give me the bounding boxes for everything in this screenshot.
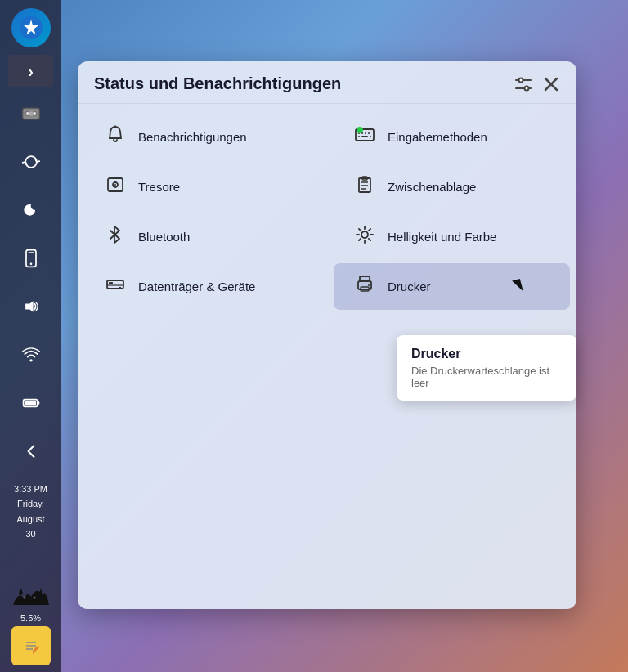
tooltip-desc: Die Druckerwarteschlange ist leer xyxy=(411,365,562,389)
moon-icon xyxy=(21,200,41,220)
green-dot xyxy=(357,127,363,133)
sidebar-bottom: 5.5% xyxy=(11,576,51,665)
svg-point-34 xyxy=(114,184,116,186)
svg-marker-8 xyxy=(25,301,33,312)
panel-item-eingabemethoden[interactable]: Eingabemethoden xyxy=(334,114,570,160)
logo-icon xyxy=(11,8,51,47)
sidebar-logo[interactable] xyxy=(7,7,56,52)
sidebar-expand-button[interactable]: › xyxy=(8,55,53,87)
back-icon xyxy=(21,441,41,461)
sidebar-note-button[interactable] xyxy=(11,626,51,665)
bluetooth-label: Bluetooth xyxy=(138,230,190,244)
status-panel: Status und Benachrichtigungen xyxy=(78,61,576,609)
drive-icon xyxy=(104,275,127,298)
sliders-icon xyxy=(514,75,532,93)
cassette-icon xyxy=(21,104,41,123)
wifi-icon xyxy=(21,345,41,365)
datentraeger-label: Datenträger & Geräte xyxy=(138,280,255,293)
volume-icon xyxy=(21,297,41,316)
vault-icon xyxy=(104,175,127,199)
svg-line-46 xyxy=(359,229,361,231)
panel-item-bluetooth[interactable]: Bluetooth xyxy=(84,213,321,260)
battery-icon xyxy=(21,393,41,413)
sidebar-mobile[interactable] xyxy=(7,235,56,280)
tresore-label: Tresore xyxy=(138,180,180,194)
keyboard-icon-wrapper xyxy=(353,125,376,149)
svg-point-6 xyxy=(29,262,32,265)
sidebar-wifi[interactable] xyxy=(7,332,56,377)
mobile-icon xyxy=(21,249,41,268)
svg-line-47 xyxy=(369,239,370,240)
panel-content: Benachrichtigungen xyxy=(78,104,576,320)
note-icon xyxy=(20,634,43,657)
panel-header: Status und Benachrichtigungen xyxy=(78,61,576,104)
svg-point-52 xyxy=(119,287,121,289)
svg-line-49 xyxy=(369,229,370,231)
helligkeit-label: Helligkeit und Farbe xyxy=(388,230,496,244)
sidebar: › xyxy=(0,0,61,672)
close-button[interactable] xyxy=(542,75,560,93)
sidebar-back[interactable] xyxy=(7,428,56,473)
printer-icon xyxy=(353,275,376,298)
svg-rect-53 xyxy=(109,282,113,284)
tooltip-title: Drucker xyxy=(411,347,562,361)
sidebar-percent: 5.5% xyxy=(20,613,41,623)
svg-rect-11 xyxy=(37,401,39,404)
panel-item-drucker[interactable]: Drucker xyxy=(334,263,570,310)
drucker-label: Drucker xyxy=(388,280,431,293)
panel-item-helligkeit[interactable]: Helligkeit und Farbe xyxy=(334,213,570,260)
sync-icon xyxy=(21,152,41,172)
sidebar-date-line2: August xyxy=(14,513,47,525)
brightness-icon xyxy=(353,225,376,249)
svg-point-13 xyxy=(23,597,25,599)
svg-point-22 xyxy=(525,86,529,90)
svg-point-57 xyxy=(368,284,370,286)
panel-item-benachrichtigungen[interactable]: Benachrichtigungen xyxy=(84,114,321,160)
svg-point-9 xyxy=(29,359,32,361)
header-icons xyxy=(514,75,560,93)
svg-point-41 xyxy=(361,231,368,238)
bell-icon xyxy=(104,125,127,149)
sidebar-time: 3:33 PM xyxy=(14,483,47,495)
panel-item-zwischenablage[interactable]: Zwischenablage xyxy=(334,164,570,210)
sidebar-cassette[interactable] xyxy=(7,91,56,136)
expand-icon: › xyxy=(28,62,34,81)
close-icon xyxy=(542,75,560,93)
benachrichtigungen-label: Benachrichtigungen xyxy=(138,130,247,144)
sidebar-volume[interactable] xyxy=(7,284,56,329)
clipboard-icon xyxy=(353,175,376,199)
sidebar-date-line1: Friday, xyxy=(14,498,47,509)
sidebar-date-line3: 30 xyxy=(14,528,47,540)
sidebar-clock: 3:33 PM Friday, August 30 xyxy=(14,480,47,540)
svg-rect-7 xyxy=(28,252,34,253)
panel-item-tresore[interactable]: Tresore xyxy=(84,164,321,210)
sidebar-battery[interactable] xyxy=(7,380,56,425)
panel-item-datentraeger[interactable]: Datenträger & Geräte xyxy=(84,263,321,310)
svg-rect-12 xyxy=(25,401,36,405)
sidebar-moon[interactable] xyxy=(7,187,56,232)
settings-icon-button[interactable] xyxy=(514,75,532,93)
cat-icon xyxy=(11,582,51,610)
bluetooth-icon xyxy=(104,225,127,249)
sidebar-sync[interactable] xyxy=(7,139,56,184)
svg-rect-4 xyxy=(29,111,33,115)
zwischenablage-label: Zwischenablage xyxy=(388,180,476,194)
drucker-tooltip: Drucker Die Druckerwarteschlange ist lee… xyxy=(397,335,576,401)
svg-point-20 xyxy=(519,78,523,82)
svg-point-14 xyxy=(33,597,35,599)
svg-line-48 xyxy=(359,239,361,240)
panel-title: Status und Benachrichtigungen xyxy=(94,74,341,93)
eingabemethoden-label: Eingabemethoden xyxy=(388,130,487,144)
